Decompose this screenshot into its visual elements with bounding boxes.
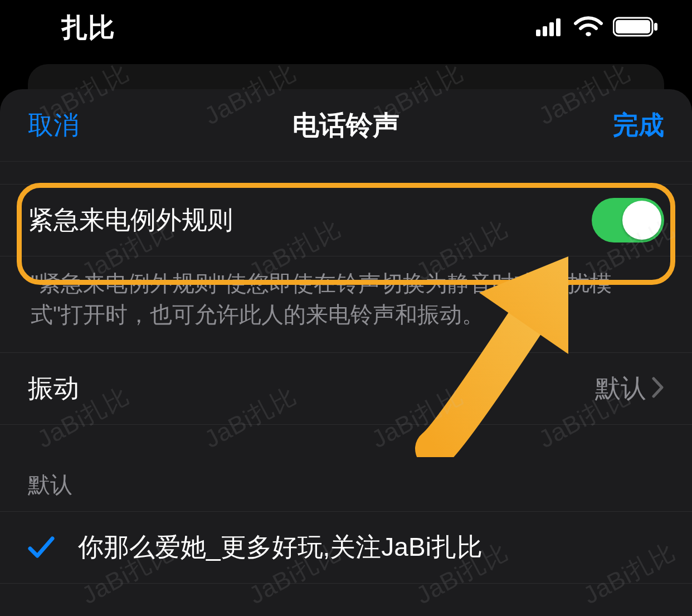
emergency-bypass-toggle[interactable] [592, 198, 664, 242]
svg-rect-3 [556, 18, 561, 36]
modal-nav: 取消 电话铃声 完成 [0, 89, 692, 162]
battery-icon [613, 16, 659, 40]
vibration-row[interactable]: 振动 默认 [0, 352, 692, 425]
emergency-bypass-label: 紧急来电例外规则 [28, 203, 233, 237]
cancel-button[interactable]: 取消 [28, 108, 79, 143]
content: 紧急来电例外规则 "紧急来电例外规则"使您即使在铃声切换为静音时或"勿扰模式"打… [0, 162, 692, 584]
svg-rect-2 [549, 22, 554, 36]
emergency-bypass-row[interactable]: 紧急来电例外规则 [0, 184, 692, 256]
modal-title: 电话铃声 [293, 108, 399, 143]
svg-rect-1 [543, 26, 547, 36]
vibration-group: 振动 默认 [0, 352, 692, 425]
cellular-icon [536, 17, 564, 38]
vibration-label: 振动 [28, 371, 79, 406]
status-bar: 扎比 [0, 0, 692, 56]
modal-sheet: 取消 电话铃声 完成 紧急来电例外规则 "紧急来电例外规则"使您即使在铃声切换为… [0, 89, 692, 616]
emergency-bypass-note: "紧急来电例外规则"使您即使在铃声切换为静音时或"勿扰模式"打开时，也可允许此人… [0, 256, 692, 352]
checkmark-icon [28, 535, 78, 560]
emergency-group: 紧急来电例外规则 "紧急来电例外规则"使您即使在铃声切换为静音时或"勿扰模式"打… [0, 184, 692, 352]
ringtone-row[interactable]: 你那么爱她_更多好玩,关注JaBi扎比 [0, 511, 692, 584]
svg-rect-6 [654, 23, 657, 31]
carrier-title: 扎比 [61, 10, 115, 46]
status-icons [536, 16, 659, 40]
svg-rect-5 [616, 20, 650, 33]
toggle-knob [622, 201, 661, 240]
wifi-icon [574, 16, 603, 40]
default-section-header: 默认 [0, 425, 692, 511]
chevron-right-icon [652, 377, 664, 400]
screen: 扎比 [0, 0, 692, 616]
svg-rect-0 [536, 30, 540, 36]
done-button[interactable]: 完成 [613, 108, 664, 143]
vibration-value: 默认 [595, 371, 646, 406]
ringtone-label: 你那么爱她_更多好玩,关注JaBi扎比 [78, 530, 483, 565]
vibration-value-group: 默认 [595, 371, 664, 406]
